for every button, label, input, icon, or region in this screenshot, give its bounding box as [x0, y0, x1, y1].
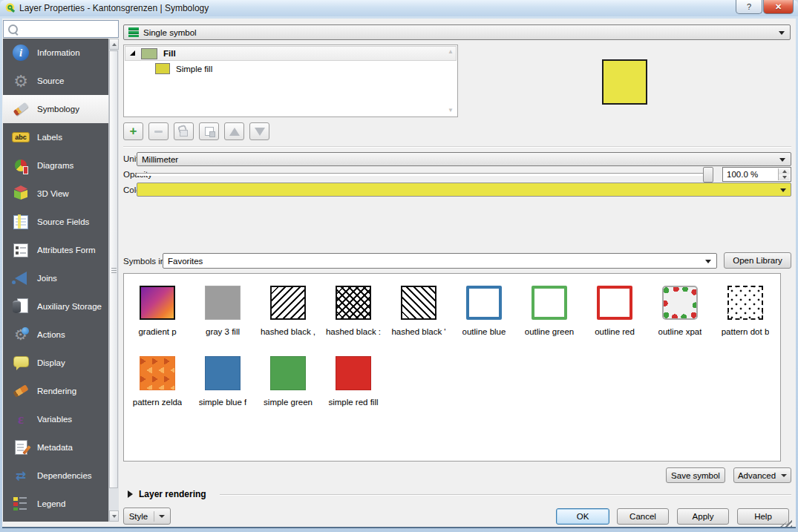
tree-scroll-down-icon[interactable]: ▼ — [448, 107, 454, 114]
symbol-pattern-zelda[interactable]: pattern zelda — [125, 350, 190, 421]
symbol-outline-blue[interactable]: outline blue — [451, 280, 517, 350]
symbol-simple-red[interactable]: simple red fill — [321, 350, 386, 421]
triangle-down-icon — [112, 515, 117, 518]
ok-button[interactable]: OK — [556, 508, 609, 525]
window-close-button[interactable]: ✕ — [763, 0, 794, 14]
sidebar-item-information[interactable]: Information — [3, 39, 108, 67]
symbol-label: pattern dot b — [722, 327, 770, 336]
symbol-grid: gradient p gray 3 fill hashed black , ha… — [123, 273, 781, 462]
move-up-button[interactable] — [224, 122, 244, 140]
symbol-collection-combobox[interactable]: Favorites — [163, 253, 717, 269]
symbol-pattern-dot[interactable]: pattern dot b — [713, 280, 778, 350]
sidebar-item-label: Display — [37, 358, 65, 367]
symbol-hatch-cross[interactable]: hashed black : — [321, 280, 386, 350]
open-library-button[interactable]: Open Library — [724, 252, 791, 269]
window-help-button[interactable]: ? — [736, 0, 762, 14]
gray-fill-icon — [205, 286, 241, 320]
apply-button[interactable]: Apply — [677, 508, 729, 525]
sidebar-item-labels[interactable]: Labels — [3, 123, 108, 151]
search-box — [3, 20, 119, 38]
sidebar-item-auxiliary-storage[interactable]: Auxiliary Storage — [3, 292, 108, 321]
sidebar-item-symbology[interactable]: Symbology — [3, 95, 108, 123]
simple-blue-icon — [205, 356, 241, 390]
sidebar-item-attributes-form[interactable]: Attributes Form — [3, 236, 108, 264]
sidebar-item-source[interactable]: Source — [3, 67, 108, 95]
sidebar-item-view-3d[interactable]: 3D View — [3, 180, 108, 208]
apply-label: Apply — [693, 512, 714, 521]
actions-icon — [11, 325, 30, 344]
symbol-hatch-back[interactable]: hashed black ' — [386, 280, 451, 350]
symbol-outline-green[interactable]: outline green — [517, 280, 582, 350]
sidebar-item-label: Metadata — [37, 443, 73, 452]
symbol-gradient-fill[interactable]: gradient p — [125, 280, 190, 350]
sidebar-item-variables[interactable]: Variables — [3, 405, 108, 433]
remove-symbol-layer-button[interactable] — [148, 122, 169, 140]
opacity-slider-handle[interactable] — [703, 167, 713, 183]
duplicate-icon — [205, 127, 214, 136]
dependencies-icon — [11, 466, 30, 485]
cancel-button[interactable]: Cancel — [617, 508, 669, 525]
single-symbol-icon — [128, 27, 139, 37]
save-symbol-label: Save symbol — [671, 471, 720, 480]
symbol-outline-red[interactable]: outline red — [582, 280, 647, 350]
sidebar-item-legend[interactable]: Legend — [3, 490, 108, 518]
spin-up-button[interactable] — [779, 168, 790, 174]
outline-blue-icon — [466, 286, 502, 320]
symbol-gray-fill[interactable]: gray 3 fill — [190, 280, 255, 350]
sidebar-scrollbar-thumb[interactable] — [109, 50, 118, 488]
sidebar-item-label: Diagrams — [37, 161, 73, 170]
sidebar-item-label: Source Fields — [37, 217, 89, 226]
qgis-logo-icon — [4, 2, 16, 13]
arrow-down-icon — [255, 128, 265, 136]
help-button[interactable]: Help — [737, 508, 789, 525]
color-button[interactable] — [137, 183, 791, 197]
symbol-outline-xpat[interactable]: outline xpat — [647, 280, 713, 350]
layer-rendering-label[interactable]: Layer rendering — [139, 489, 206, 499]
add-symbol-layer-button[interactable]: + — [123, 122, 143, 140]
expand-right-icon[interactable] — [128, 490, 133, 498]
advanced-button[interactable]: Advanced — [733, 467, 791, 483]
symbol-hatch-forward[interactable]: hashed black , — [255, 280, 321, 350]
symbol-label: outline xpat — [658, 327, 702, 336]
sidebar-item-label: Joins — [37, 274, 57, 283]
sidebar-item-metadata[interactable]: Metadata — [3, 433, 108, 462]
sidebar-scrollbar[interactable] — [108, 39, 119, 522]
opacity-spinbox[interactable]: 100.0 % — [722, 167, 791, 182]
symbol-label: outline red — [595, 327, 635, 336]
tree-item-fill[interactable]: Fill — [125, 46, 457, 61]
symbol-label: hashed black ' — [391, 327, 445, 336]
sidebar-item-display[interactable]: Display — [3, 349, 108, 377]
button-separator — [154, 511, 154, 522]
unit-combobox[interactable]: Millimeter — [137, 152, 791, 166]
tree-item-simple-fill[interactable]: Simple fill — [124, 62, 457, 76]
titlebar[interactable]: Layer Properties - Kantonsgrenzen | Symb… — [0, 0, 798, 16]
style-menu-button[interactable]: Style — [123, 508, 171, 525]
sidebar-item-label: Labels — [37, 133, 62, 142]
unit-value: Millimeter — [142, 155, 178, 164]
move-down-button[interactable] — [249, 122, 269, 140]
symbol-simple-blue[interactable]: simple blue f — [190, 350, 255, 421]
expander-icon[interactable] — [130, 50, 135, 56]
opacity-slider[interactable] — [137, 173, 711, 176]
outline-green-icon — [532, 286, 567, 320]
sidebar-item-dependencies[interactable]: Dependencies — [3, 462, 108, 490]
scroll-up-button[interactable] — [109, 39, 119, 50]
sidebar-item-diagrams[interactable]: Diagrams — [3, 151, 108, 180]
sidebar-item-label: Information — [37, 48, 80, 57]
sidebar-item-source-fields[interactable]: Source Fields — [3, 208, 108, 236]
symbol-simple-green[interactable]: simple green — [255, 350, 321, 421]
symbol-label: hashed black , — [261, 327, 315, 336]
save-symbol-button[interactable]: Save symbol — [666, 467, 725, 483]
sidebar-item-actions[interactable]: Actions — [3, 321, 108, 349]
spin-down-button[interactable] — [779, 174, 790, 180]
window-title: Layer Properties - Kantonsgrenzen | Symb… — [19, 3, 209, 13]
scroll-down-button[interactable] — [109, 510, 119, 522]
renderer-combobox[interactable]: Single symbol — [123, 24, 791, 40]
tree-scroll-up-icon[interactable]: ▲ — [448, 48, 454, 55]
sidebar-item-joins[interactable]: Joins — [3, 264, 108, 292]
sidebar-search-input[interactable] — [21, 23, 113, 35]
plus-icon: + — [130, 125, 137, 137]
duplicate-layer-button[interactable] — [199, 122, 219, 140]
lock-color-button[interactable] — [174, 122, 194, 140]
sidebar-item-rendering[interactable]: Rendering — [3, 377, 108, 405]
